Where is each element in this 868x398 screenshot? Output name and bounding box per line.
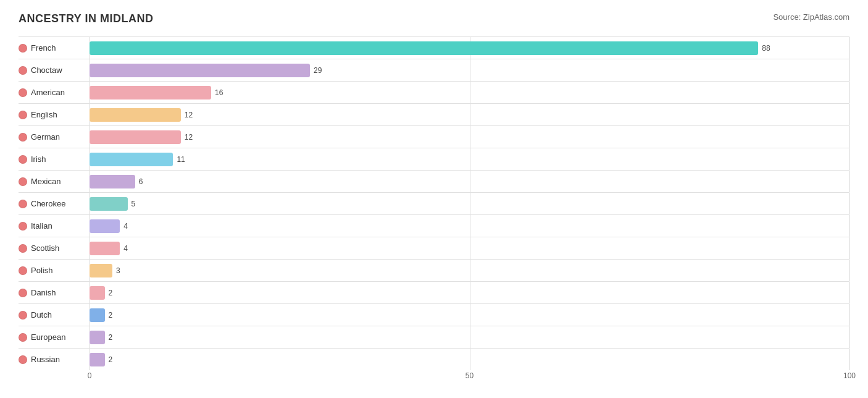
bar (90, 197, 128, 211)
bar-label: Choctaw (31, 66, 62, 75)
bar (90, 264, 112, 277)
bar-label: French (31, 43, 56, 53)
bar-container: 16 (90, 82, 849, 103)
bars-container: French88Choctaw29American16English12Germ… (19, 36, 849, 370)
bar-value: 16 (215, 88, 223, 97)
bar-container: 2 (90, 304, 849, 326)
bar-label-area: Choctaw (19, 66, 90, 75)
grid-line (470, 349, 470, 370)
grid-line (849, 349, 850, 370)
bar-row: Italian4 (19, 214, 849, 237)
label-dot (19, 355, 27, 364)
bar-label: Irish (31, 155, 46, 164)
label-dot (19, 289, 27, 297)
bar-row: Choctaw29 (19, 59, 849, 81)
bar-label-area: Cherokee (19, 199, 90, 208)
grid-line (849, 104, 850, 125)
label-dot (19, 266, 27, 275)
bar-row: Scottish4 (19, 237, 849, 259)
bar-value: 4 (123, 222, 128, 231)
bar-value: 88 (762, 44, 770, 53)
bar-label: Dutch (31, 310, 52, 320)
bar-label-area: Irish (19, 155, 90, 164)
grid-line (470, 193, 470, 214)
bar-row: Russian2 (19, 348, 849, 370)
grid-line (470, 126, 470, 148)
bar-label: Danish (31, 288, 56, 297)
bar-label: American (31, 88, 65, 97)
bar-value: 2 (109, 289, 113, 297)
grid-line (470, 260, 470, 281)
bar-value: 2 (109, 355, 113, 364)
bar-container: 4 (90, 237, 849, 259)
bar-row: English12 (19, 103, 849, 125)
bar-row: Cherokee5 (19, 192, 849, 214)
bar-value: 12 (185, 133, 193, 142)
bar-value: 5 (131, 200, 136, 208)
bar-container: 12 (90, 104, 849, 125)
grid-line (849, 215, 850, 237)
bar (90, 153, 173, 166)
x-axis-label: 0 (88, 371, 92, 380)
bar (90, 130, 181, 144)
bar-label: Scottish (31, 243, 59, 253)
bar-label-area: German (19, 132, 90, 142)
source-text: Source: ZipAtlas.com (773, 12, 849, 22)
bar-label-area: Danish (19, 288, 90, 297)
label-dot (19, 311, 27, 320)
bar-label: Russian (31, 355, 60, 364)
bar-row: Mexican6 (19, 170, 849, 192)
bar (90, 353, 105, 366)
grid-line (470, 282, 470, 303)
bar-label: German (31, 132, 60, 142)
grid-line (470, 326, 470, 348)
grid-line (470, 304, 470, 326)
label-dot (19, 333, 27, 342)
label-dot (19, 200, 27, 208)
bar-label: Cherokee (31, 199, 65, 208)
bar (90, 64, 310, 77)
bar-container: 11 (90, 148, 849, 170)
bar (90, 331, 105, 344)
chart-area: French88Choctaw29American16English12Germ… (19, 36, 849, 384)
label-dot (19, 88, 27, 97)
label-dot (19, 155, 27, 164)
bar-row: European2 (19, 326, 849, 348)
bar (90, 41, 758, 55)
label-dot (19, 133, 27, 142)
bar (90, 308, 105, 322)
bar-container: 29 (90, 59, 849, 81)
grid-line (849, 193, 850, 214)
grid-line (470, 104, 470, 125)
grid-line (470, 148, 470, 170)
bar-label: Polish (31, 266, 52, 275)
bar-label-area: French (19, 43, 90, 53)
bar (90, 286, 105, 300)
bar-label-area: Mexican (19, 177, 90, 186)
bar-row: Irish11 (19, 148, 849, 170)
bar-label: Mexican (31, 177, 61, 186)
label-dot (19, 177, 27, 186)
label-dot (19, 66, 27, 75)
bar-container: 5 (90, 193, 849, 214)
bar-label: Italian (31, 221, 52, 231)
grid-line (849, 171, 850, 192)
bar-row: Danish2 (19, 281, 849, 303)
grid-line (849, 326, 850, 348)
grid-line (849, 59, 850, 81)
x-axis-label: 50 (465, 371, 474, 380)
bar-container: 2 (90, 349, 849, 370)
chart-title: ANCESTRY IN MIDLAND (19, 12, 154, 25)
bar-container: 88 (90, 37, 849, 59)
bar-value: 6 (139, 177, 143, 186)
bar (90, 242, 120, 255)
bar-label-area: English (19, 110, 90, 119)
bar-value: 3 (116, 266, 120, 275)
label-dot (19, 111, 27, 119)
bar-row: Dutch2 (19, 303, 849, 326)
label-dot (19, 222, 27, 231)
bar-value: 2 (109, 333, 113, 342)
grid-line (849, 260, 850, 281)
x-axis-container: 050100 (19, 371, 849, 384)
label-dot (19, 44, 27, 53)
